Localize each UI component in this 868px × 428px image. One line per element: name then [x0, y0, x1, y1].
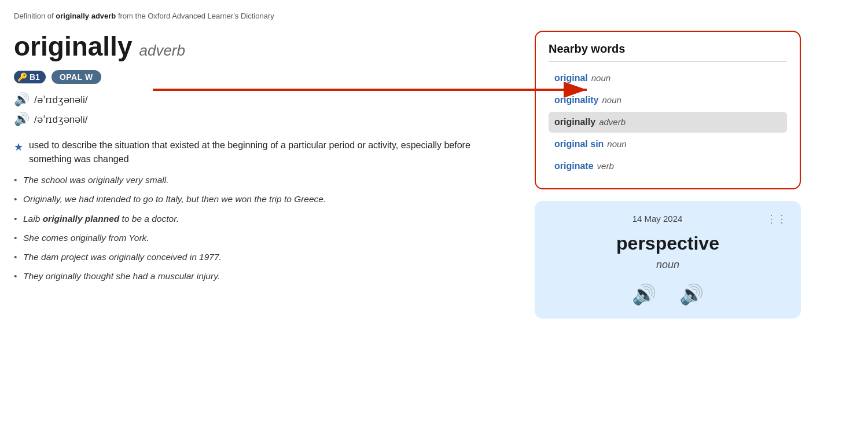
examples-list: The school was originally very small. Or…: [14, 173, 512, 283]
wotd-date: 14 May 2024 ⋮⋮: [549, 214, 787, 224]
headword-row: originally adverb: [14, 31, 512, 62]
nearby-item-originally[interactable]: originally adverb: [549, 112, 787, 133]
pronunciation-2: 🔊 /əˈrɪdʒənəli/: [14, 112, 512, 127]
example-1: The school was originally very small.: [14, 173, 512, 186]
example-6: They originally thought she had a muscul…: [14, 269, 512, 283]
nearby-words-panel: Nearby words original noun originality n…: [535, 31, 801, 189]
pronunciation-1: 🔊 /əˈrɪdʒənəli/: [14, 92, 512, 107]
nearby-item-originate[interactable]: originate verb: [549, 156, 787, 177]
badge-row: 🔑 B1 OPAL W: [14, 70, 512, 84]
wotd-speaker-blue-icon[interactable]: 🔊: [632, 283, 656, 306]
rss-icon[interactable]: ⋮⋮: [766, 213, 787, 225]
part-of-speech: adverb: [139, 42, 185, 60]
nearby-words-title: Nearby words: [549, 42, 787, 56]
nearby-item-original-sin[interactable]: original sin noun: [549, 134, 787, 155]
speaker-red-icon[interactable]: 🔊: [14, 112, 30, 127]
badge-b1[interactable]: 🔑 B1: [14, 71, 46, 83]
badge-opal[interactable]: OPAL W: [52, 70, 101, 84]
credit-text: Definition of originally adverb from the…: [14, 12, 854, 20]
nearby-item-originality[interactable]: originality noun: [549, 90, 787, 111]
example-4: She comes originally from York.: [14, 231, 512, 244]
definition-text: used to describe the situation that exis…: [29, 138, 512, 166]
wotd-word: perspective: [549, 233, 787, 254]
example-5: The dam project was originally conceived…: [14, 250, 512, 264]
wotd-pos: noun: [549, 259, 787, 271]
wotd-speakers: 🔊 🔊: [549, 283, 787, 306]
nearby-divider: [549, 61, 787, 62]
example-3: Laib originally planned to be a doctor.: [14, 212, 512, 225]
main-content: originally adverb 🔑 B1 OPAL W 🔊 /əˈrɪdʒə…: [14, 31, 512, 289]
right-column: Nearby words original noun originality n…: [535, 31, 801, 319]
ipa-1: /əˈrɪdʒənəli/: [34, 94, 88, 106]
star-icon: ★: [14, 140, 23, 155]
wotd-speaker-red-icon[interactable]: 🔊: [679, 283, 704, 306]
ipa-2: /əˈrɪdʒənəli/: [34, 114, 88, 126]
nearby-item-original[interactable]: original noun: [549, 68, 787, 89]
speaker-blue-icon[interactable]: 🔊: [14, 92, 30, 107]
word-of-day-panel: 14 May 2024 ⋮⋮ perspective noun 🔊 🔊: [535, 201, 801, 319]
example-2: Originally, we had intended to go to Ita…: [14, 192, 512, 206]
key-icon: 🔑: [17, 72, 27, 82]
definition-section: ★ used to describe the situation that ex…: [14, 138, 512, 283]
headword: originally: [14, 31, 132, 62]
